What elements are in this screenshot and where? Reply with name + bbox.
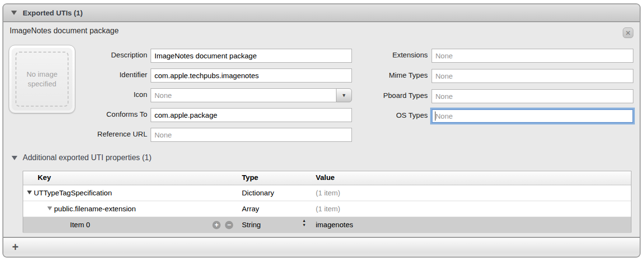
add-row-button[interactable]: + <box>212 221 221 229</box>
column-header-value: Value <box>316 173 335 181</box>
image-well-placeholder: No image specified <box>26 69 58 89</box>
row-type: Dictionary <box>242 189 274 197</box>
group-header-title: Exported UTIs (1) <box>23 9 83 17</box>
reference-url-input[interactable] <box>151 128 352 142</box>
icon-label: Icon <box>61 90 147 98</box>
table-row[interactable]: public.filename-extension Array (1 item) <box>23 201 631 217</box>
row-value: (1 item) <box>316 205 340 213</box>
panel-footer: + <box>3 237 640 257</box>
add-uti-button[interactable]: + <box>12 242 18 253</box>
image-well-dashed-border: No image specified <box>15 52 69 107</box>
row-value: (1 item) <box>316 189 340 197</box>
minus-icon: − <box>227 221 231 229</box>
row-type: String <box>242 220 261 229</box>
close-icon: ✕ <box>626 29 631 37</box>
table-header: Key Type Value <box>23 171 631 185</box>
disclosure-triangle-icon[interactable] <box>47 206 52 210</box>
disclosure-triangle-icon[interactable] <box>12 156 17 160</box>
mime-types-label: Mime Types <box>351 71 428 79</box>
exported-utis-group-header[interactable]: Exported UTIs (1) <box>3 4 640 22</box>
table-row[interactable]: UTTypeTagSpecification Dictionary (1 ite… <box>23 185 631 201</box>
conforms-to-label: Conforms To <box>61 110 147 118</box>
uti-title: ImageNotes document package <box>10 27 119 35</box>
remove-row-button[interactable]: − <box>225 221 233 229</box>
icon-combo-dropdown-button[interactable]: ▼ <box>336 88 352 102</box>
row-key: public.filename-extension <box>54 205 136 213</box>
chevron-down-icon: ▼ <box>342 93 347 98</box>
row-key: UTTypeTagSpecification <box>34 189 112 197</box>
description-input[interactable] <box>151 49 352 63</box>
extensions-label: Extensions <box>351 51 428 59</box>
column-header-type: Type <box>242 173 258 181</box>
column-header-key: Key <box>38 173 51 181</box>
row-value: imagenotes <box>316 220 353 229</box>
row-type: Array <box>242 205 259 213</box>
remove-uti-button[interactable]: ✕ <box>623 27 633 38</box>
stepper-down-icon: ▼ <box>302 223 306 228</box>
icon-combo-input[interactable] <box>151 88 336 102</box>
identifier-input[interactable] <box>151 69 352 82</box>
identifier-label: Identifier <box>61 70 147 79</box>
pboard-types-label: Pboard Types <box>351 91 428 99</box>
type-stepper[interactable]: ▲ ▼ <box>301 219 307 228</box>
additional-properties-title: Additional exported UTI properties (1) <box>23 153 152 162</box>
disclosure-triangle-icon[interactable] <box>27 191 32 194</box>
disclosure-triangle-icon[interactable] <box>11 11 17 15</box>
table-row-selected[interactable]: Item 0 + − String ▲ ▼ imagenotes <box>23 217 631 233</box>
mime-types-input[interactable] <box>432 69 633 83</box>
os-types-input[interactable] <box>432 109 633 123</box>
exported-utis-panel: Exported UTIs (1) ImageNotes document pa… <box>2 3 641 258</box>
pboard-types-input[interactable] <box>432 89 633 103</box>
extensions-input[interactable] <box>432 49 633 63</box>
description-label: Description <box>61 51 147 59</box>
conforms-to-input[interactable] <box>151 108 352 122</box>
os-types-label: OS Types <box>351 111 428 119</box>
row-key: Item 0 <box>70 220 90 229</box>
text-cursor <box>435 111 435 121</box>
plus-icon: + <box>214 221 218 229</box>
properties-table: Key Type Value UTTypeTagSpecification Di… <box>23 171 631 233</box>
additional-properties-header[interactable]: Additional exported UTI properties (1) <box>12 153 152 162</box>
reference-url-label: Reference URL <box>61 130 147 138</box>
